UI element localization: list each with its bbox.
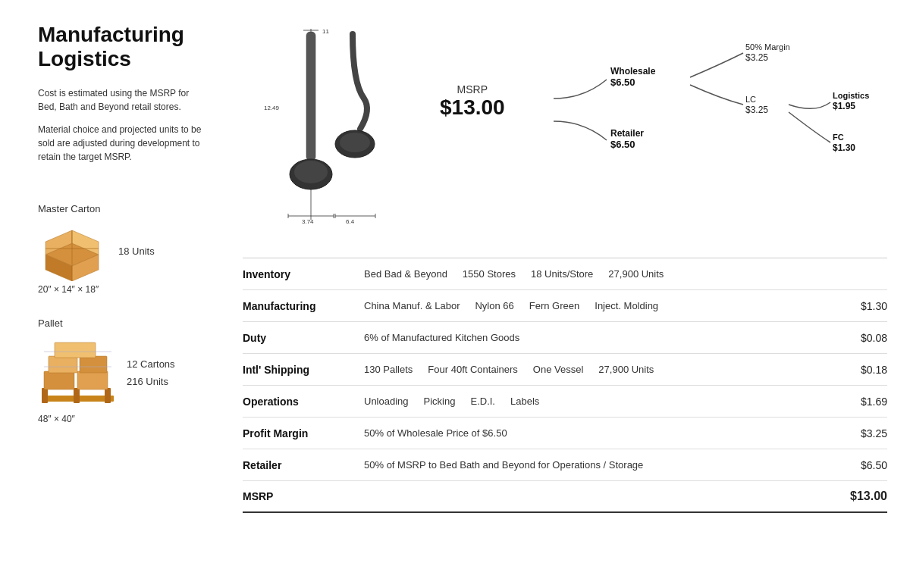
svg-text:3.74: 3.74 xyxy=(302,218,314,225)
row-detail-item: Labels xyxy=(510,396,539,407)
pallet-label: Pallet xyxy=(38,317,205,329)
logistics-table: InventoryBed Bad & Beyond1550 Stores18 U… xyxy=(243,258,887,513)
table-row: ManufacturingChina Manuf. & LaborNylon 6… xyxy=(243,290,887,322)
row-label: Profit Margin xyxy=(243,427,364,439)
row-details: 6% of Manufactured Kitchen Goods xyxy=(364,332,834,343)
row-detail-item: Fern Green xyxy=(529,300,579,311)
row-price: $13.00 xyxy=(834,489,887,503)
svg-point-22 xyxy=(294,161,328,183)
table-row: MSRP$13.00 xyxy=(243,481,887,513)
master-carton-label: Master Carton xyxy=(38,203,205,214)
row-details: 50% of MSRP to Bed Bath and Beyond for O… xyxy=(364,459,834,471)
row-label: Manufacturing xyxy=(243,300,364,312)
row-detail-item: Four 40ft Containers xyxy=(428,364,518,375)
table-row: OperationsUnloadingPickingE.D.I.Labels$1… xyxy=(243,386,887,418)
svg-rect-14 xyxy=(80,356,107,373)
svg-rect-11 xyxy=(44,371,74,389)
pallet-section: Pallet xyxy=(38,317,205,424)
row-details: UnloadingPickingE.D.I.Labels xyxy=(364,396,834,407)
row-detail-item: 18 Units/Store xyxy=(531,268,593,280)
row-price: $0.18 xyxy=(834,364,887,376)
msrp-center-label: MSRP $13.00 xyxy=(440,83,505,120)
table-row: Profit Margin50% of Wholesale Price of $… xyxy=(243,418,887,449)
svg-text:$6.50: $6.50 xyxy=(610,77,635,88)
page-title: ManufacturingLogistics xyxy=(38,23,205,71)
svg-rect-20 xyxy=(306,32,315,161)
master-carton-units: 18 Units xyxy=(118,246,155,257)
svg-rect-12 xyxy=(77,371,108,389)
svg-text:12.49: 12.49 xyxy=(264,105,280,111)
table-row: Retailer50% of MSRP to Bed Bath and Beyo… xyxy=(243,449,887,481)
svg-text:LC: LC xyxy=(745,95,756,104)
svg-text:$1.95: $1.95 xyxy=(833,101,855,111)
row-label: Operations xyxy=(243,396,364,408)
row-label: Duty xyxy=(243,332,364,344)
row-label: MSRP xyxy=(243,490,364,502)
row-detail-item: Inject. Molding xyxy=(595,300,658,311)
description-2: Material choice and projected units to b… xyxy=(38,123,205,164)
row-details: Bed Bad & Beyond1550 Stores18 Units/Stor… xyxy=(364,268,887,280)
carton-icon xyxy=(38,220,106,281)
row-detail-item: Picking xyxy=(424,396,456,407)
svg-text:FC: FC xyxy=(833,133,844,142)
table-row: InventoryBed Bad & Beyond1550 Stores18 U… xyxy=(243,258,887,290)
row-price: $3.25 xyxy=(834,427,887,439)
diagram-area: 11 12.49 3.74 xyxy=(243,15,887,250)
row-price: $1.69 xyxy=(834,396,887,408)
svg-text:6.4: 6.4 xyxy=(346,218,355,225)
svg-rect-9 xyxy=(74,388,80,403)
row-detail-item: Unloading xyxy=(364,396,409,407)
row-detail-item: One Vessel xyxy=(533,364,584,375)
svg-text:Retailer: Retailer xyxy=(610,128,644,139)
svg-text:50% Margin: 50% Margin xyxy=(745,42,790,52)
row-detail-item: 50% of Wholesale Price of $6.50 xyxy=(364,427,507,439)
pallet-cartons: 12 Cartons xyxy=(127,355,175,373)
table-row: Duty6% of Manufactured Kitchen Goods$0.0… xyxy=(243,322,887,354)
row-detail-item: Bed Bad & Beyond xyxy=(364,268,447,280)
table-row: Intl' Shipping130 PalletsFour 40ft Conta… xyxy=(243,354,887,386)
row-details: 50% of Wholesale Price of $6.50 xyxy=(364,427,834,439)
right-panel: 11 12.49 3.74 xyxy=(228,0,910,588)
row-detail-item: 50% of MSRP to Bed Bath and Beyond for O… xyxy=(364,459,643,471)
row-details: China Manuf. & LaborNylon 66Fern GreenIn… xyxy=(364,300,834,311)
svg-rect-15 xyxy=(55,342,96,358)
svg-text:$3.25: $3.25 xyxy=(745,52,768,63)
svg-text:11: 11 xyxy=(322,28,329,35)
row-detail-item: 27,900 Units xyxy=(598,364,654,375)
price-breakdown-diagram: Wholesale $6.50 Retailer $6.50 50% Margi… xyxy=(516,23,880,235)
pallet-icon xyxy=(38,335,118,411)
svg-rect-10 xyxy=(105,388,111,403)
row-price: $6.50 xyxy=(834,459,887,471)
page: ManufacturingLogistics Cost is estimated… xyxy=(0,0,910,588)
row-details: 130 PalletsFour 40ft ContainersOne Vesse… xyxy=(364,364,834,375)
row-detail-item: 6% of Manufactured Kitchen Goods xyxy=(364,332,519,343)
row-detail-item: Nylon 66 xyxy=(475,300,513,311)
master-carton-section: Master Carton xyxy=(38,203,205,295)
master-carton-dims: 20″ × 14″ × 18″ xyxy=(38,284,205,295)
row-label: Retailer xyxy=(243,459,364,471)
row-detail-item: 130 Pallets xyxy=(364,364,413,375)
row-price: $0.08 xyxy=(834,332,887,344)
svg-text:$6.50: $6.50 xyxy=(610,139,635,150)
svg-text:$3.25: $3.25 xyxy=(745,105,768,115)
row-label: Intl' Shipping xyxy=(243,364,364,376)
row-price: $1.30 xyxy=(834,300,887,312)
description-1: Cost is estimated using the MSRP for Bed… xyxy=(38,86,205,114)
svg-text:Wholesale: Wholesale xyxy=(610,66,656,77)
pallet-dims: 48″ × 40″ xyxy=(38,414,205,424)
svg-rect-8 xyxy=(42,388,48,403)
svg-point-30 xyxy=(340,133,370,152)
row-detail-item: 27,900 Units xyxy=(608,268,664,280)
svg-text:$1.30: $1.30 xyxy=(833,142,855,153)
product-image: 11 12.49 3.74 xyxy=(243,23,410,230)
pallet-units: 216 Units xyxy=(127,373,175,390)
left-panel: ManufacturingLogistics Cost is estimated… xyxy=(0,0,228,588)
row-label: Inventory xyxy=(243,268,364,280)
pallet-info: 12 Cartons 216 Units xyxy=(127,355,175,391)
svg-rect-13 xyxy=(49,356,77,373)
row-detail-item: 1550 Stores xyxy=(463,268,516,280)
msrp-text-label: MSRP xyxy=(440,83,505,95)
msrp-value: $13.00 xyxy=(440,95,505,120)
svg-text:Logistics: Logistics xyxy=(833,91,869,100)
row-detail-item: E.D.I. xyxy=(470,396,495,407)
